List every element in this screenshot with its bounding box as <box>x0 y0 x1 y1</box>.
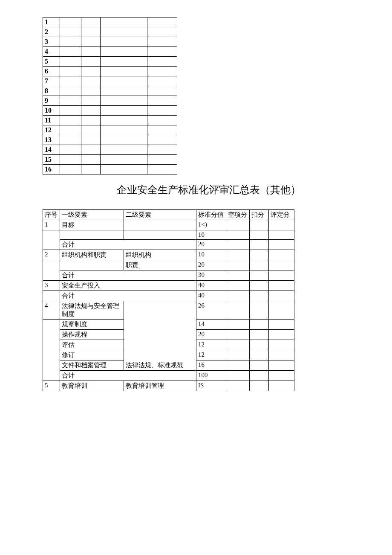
deduct-cell <box>250 260 269 270</box>
header-row: 序号 一级要素 二级要素 标准分值 空项分 扣分 评定分 <box>43 210 294 220</box>
std-score-cell: 12 <box>196 340 226 350</box>
final-score-cell <box>269 230 294 240</box>
final-score-cell <box>269 360 294 371</box>
row-number: 1 <box>43 17 60 27</box>
empty-cell <box>60 106 81 116</box>
empty-cell <box>101 135 147 145</box>
empty-score-cell <box>226 350 250 360</box>
empty-cell <box>101 76 147 86</box>
deduct-cell <box>250 371 269 381</box>
empty-score-cell <box>226 270 250 281</box>
level2-cell: 法律法规、标准规范 <box>124 301 196 371</box>
table-row: 3安全生产投入40 <box>43 281 294 291</box>
empty-cell <box>81 17 101 27</box>
empty-cell <box>147 116 177 125</box>
level1-cell: 合计 <box>60 270 196 281</box>
table-row: 合计30 <box>43 270 294 281</box>
empty-cell <box>60 76 81 86</box>
table-row: 2组织机构和职责组织机构10 <box>43 250 294 260</box>
table2-body: 1目标1<)10合计202组织机构和职责组织机构10职责20合计303安全生产投… <box>43 220 294 391</box>
empty-score-cell <box>226 250 250 260</box>
final-score-cell <box>269 270 294 281</box>
table-row: 5教育培训教育培训管理IS <box>43 381 294 391</box>
std-score-cell: 20 <box>196 260 226 270</box>
table-row: 6 <box>43 67 177 76</box>
level1-cell: 评估 <box>60 340 124 350</box>
empty-cell <box>60 116 81 125</box>
row-number: 16 <box>43 165 60 174</box>
empty-cell <box>60 125 81 135</box>
table-row: 职责20 <box>43 260 294 270</box>
level2-cell: 职责 <box>124 260 196 270</box>
table-row: 15 <box>43 155 177 165</box>
empty-cell <box>101 27 147 37</box>
table-row: 合计20 <box>43 240 294 250</box>
final-score-cell <box>269 301 294 320</box>
level1-cell: 组织机构和职责 <box>60 250 124 260</box>
level2-cell <box>124 230 196 240</box>
empty-cell <box>147 27 177 37</box>
table-row: 8 <box>43 86 177 96</box>
std-score-cell: 14 <box>196 320 226 330</box>
empty-cell <box>60 145 81 155</box>
level1-cell: 合计 <box>60 291 196 301</box>
deduct-cell <box>250 381 269 391</box>
level2-cell: 教育培训管理 <box>124 381 196 391</box>
empty-score-cell <box>226 260 250 270</box>
table-row: 9 <box>43 96 177 106</box>
seq-cell <box>43 320 60 330</box>
row-number: 15 <box>43 155 60 165</box>
empty-cell <box>60 96 81 106</box>
level1-cell <box>60 230 124 240</box>
seq-cell <box>43 350 60 360</box>
empty-score-cell <box>226 291 250 301</box>
table-row: 11 <box>43 116 177 125</box>
empty-cell <box>81 135 101 145</box>
empty-cell <box>81 165 101 174</box>
level1-cell: 目标 <box>60 220 124 230</box>
empty-cell <box>81 86 101 96</box>
level2-cell <box>124 220 196 230</box>
row-number: 7 <box>43 76 60 86</box>
std-score-cell: 40 <box>196 281 226 291</box>
empty-cell <box>81 47 101 57</box>
empty-cell <box>81 27 101 37</box>
final-score-cell <box>269 340 294 350</box>
deduct-cell <box>250 301 269 320</box>
empty-cell <box>101 67 147 76</box>
empty-score-cell <box>226 360 250 371</box>
page-title: 企业安全生产标准化评审汇总表（其他） <box>43 183 349 197</box>
empty-cell <box>101 86 147 96</box>
deduct-cell <box>250 230 269 240</box>
empty-cell <box>101 37 147 47</box>
empty-cell <box>147 67 177 76</box>
empty-cell <box>147 96 177 106</box>
final-score-cell <box>269 250 294 260</box>
empty-cell <box>101 96 147 106</box>
table-row: 16 <box>43 165 177 174</box>
header-level1: 一级要素 <box>60 210 124 220</box>
final-score-cell <box>269 281 294 291</box>
empty-score-cell <box>226 381 250 391</box>
header-level2: 二级要素 <box>124 210 196 220</box>
std-score-cell: 20 <box>196 330 226 340</box>
header-deduct: 扣分 <box>250 210 269 220</box>
empty-score-cell <box>226 281 250 291</box>
row-number: 3 <box>43 37 60 47</box>
empty-cell <box>147 165 177 174</box>
final-score-cell <box>269 220 294 230</box>
empty-cell <box>101 145 147 155</box>
deduct-cell <box>250 360 269 371</box>
empty-cell <box>101 106 147 116</box>
empty-cell <box>60 165 81 174</box>
table-row: 4法律法规与安全管理制度法律法规、标准规范26 <box>43 301 294 320</box>
seq-cell <box>43 291 60 301</box>
std-score-cell: 30 <box>196 270 226 281</box>
final-score-cell <box>269 330 294 340</box>
seq-cell <box>43 360 60 371</box>
empty-cell <box>81 67 101 76</box>
empty-cell <box>147 47 177 57</box>
deduct-cell <box>250 291 269 301</box>
header-seq: 序号 <box>43 210 60 220</box>
deduct-cell <box>250 330 269 340</box>
